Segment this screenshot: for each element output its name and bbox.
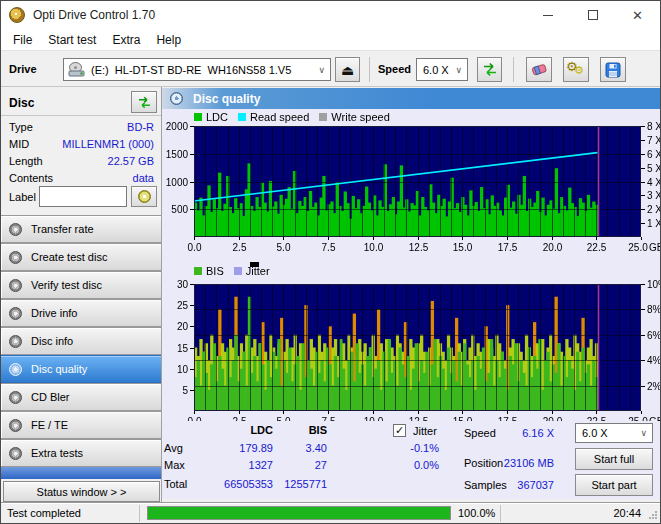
bis-max: 27 [255,459,327,471]
jitter-checkbox[interactable]: ✓ [393,424,406,437]
stats-row-avg: Avg [164,442,183,454]
drive-label: Drive [9,63,37,75]
disc-refresh-button[interactable] [131,91,157,113]
eject-button[interactable]: ⏏ [335,57,360,82]
disc-contents-label: Contents [9,172,53,184]
bis-avg: 3.40 [255,442,327,454]
disc-label-input[interactable] [39,186,127,207]
start-part-button[interactable]: Start part [575,474,653,496]
maximize-button[interactable] [570,1,615,29]
sidebar-item-transfer-rate[interactable]: Transfer rate [1,215,162,243]
disc-panel-title: Disc [9,96,34,110]
ldc-swatch [194,113,202,121]
divider [1,115,162,116]
disc-length-value: 22.57 GB [54,155,154,167]
gears-icon: ⚙ ⚙ [567,61,585,79]
stats-row-max: Max [164,459,185,471]
status-window-label: Status window > > [37,486,127,498]
menu-file[interactable]: File [5,30,40,50]
disc-label-label: Label [9,191,36,203]
speed-label: Speed [378,63,411,75]
status-window-button[interactable]: Status window > > [3,481,160,502]
sidebar-item-label: Disc quality [31,363,87,375]
speed-stat-value: 6.16 X [494,427,554,439]
disc-length-label: Length [9,155,43,167]
sidebar-item-disc-quality[interactable]: Disc quality [1,355,162,383]
cd-icon [9,363,22,376]
jitter-swatch [234,267,242,275]
menu-help[interactable]: Help [148,30,189,50]
menu-bar: File Start test Extra Help [1,29,660,51]
bis-total: 1255771 [255,478,327,490]
cd-icon [9,419,22,432]
start-full-button[interactable]: Start full [575,448,653,470]
sidebar-item-create-test-disc[interactable]: Create test disc [1,243,162,271]
statusbar-separator [500,505,501,522]
speed-value: 6.0 X [423,64,449,76]
speed-stat-label: Speed [464,427,496,439]
speed-select[interactable]: 6.0 X ∨ [416,58,468,81]
legend-read-speed: Read speed [250,111,309,123]
app-window: Opti Drive Control 1.70 ✕ File Start tes… [0,0,661,524]
sidebar-item-label: Verify test disc [31,279,102,291]
sidebar-item-disc-info[interactable]: Disc info [1,327,162,355]
drive-icon [68,62,86,77]
quality-speed-select[interactable]: 6.0 X ∨ [575,423,653,443]
legend-bis: BIS [206,265,224,277]
start-part-label: Start part [591,479,636,491]
cd-icon [138,190,151,203]
jitter-avg: -0.1% [395,442,439,454]
close-button[interactable]: ✕ [615,1,660,29]
write-speed-swatch [319,113,327,121]
window-title: Opti Drive Control 1.70 [33,8,155,22]
quality-speed-value: 6.0 X [582,427,608,439]
progress-percent: 100.0% [458,507,495,519]
menu-extra[interactable]: Extra [104,30,148,50]
save-button[interactable] [600,57,626,82]
sidebar-item-verify-test-disc[interactable]: Verify test disc [1,271,162,299]
cd-icon [170,92,183,105]
status-bar: Test completed 100.0% 20:44 [1,504,660,523]
settings-button[interactable]: ⚙ ⚙ [563,57,589,82]
legend-write-speed: Write speed [331,111,390,123]
toolbar: Drive (E:) HL-DT-ST BD-RE WH16NS58 1.V5 … [1,52,660,87]
panel-header: Disc quality [162,88,661,109]
sidebar-item-label: Drive info [31,307,77,319]
sidebar-item-fe-te[interactable]: FE / TE [1,411,162,439]
toolbar-separator [513,57,514,82]
cd-icon [9,251,22,264]
sidebar-item-cd-bler[interactable]: CD Bler [1,383,162,411]
refresh-arrows-icon [482,62,498,77]
drive-select[interactable]: (E:) HL-DT-ST BD-RE WH16NS58 1.V5 ∨ [63,58,331,81]
cd-icon [9,391,22,404]
minimize-button[interactable] [525,1,570,29]
sidebar-item-label: Extra tests [31,447,83,459]
cd-icon [9,335,22,348]
menu-start-test[interactable]: Start test [40,30,104,50]
position-value: 23106 MB [474,457,554,469]
resize-grip[interactable] [648,510,658,520]
refresh-speed-button[interactable] [477,57,502,82]
statusbar-separator [139,505,140,522]
cd-icon [9,307,22,320]
sidebar-item-label: Disc info [31,335,73,347]
sidebar-item-extra-tests[interactable]: Extra tests [1,439,162,467]
disc-type-value: BD-R [54,121,154,133]
sidebar-accent-bar [1,467,162,479]
drive-value: (E:) HL-DT-ST BD-RE WH16NS58 1.V5 [91,64,291,76]
sidebar-item-drive-info[interactable]: Drive info [1,299,162,327]
cd-icon [9,279,22,292]
disc-label-button[interactable] [131,186,157,207]
app-icon [9,7,25,23]
toolbar-separator [369,57,370,82]
disc-mid-label: MID [9,138,29,150]
chevron-down-icon: ∨ [635,428,652,438]
progress-bar [147,506,451,520]
stats-row-total: Total [164,478,187,490]
jitter-max: 0.0% [395,459,439,471]
eraser-icon [530,62,549,77]
sidebar-item-label: Create test disc [31,251,107,263]
disc-contents-value: data [54,172,154,184]
legend-ldc: LDC [206,111,228,123]
erase-disc-button[interactable] [526,57,552,82]
